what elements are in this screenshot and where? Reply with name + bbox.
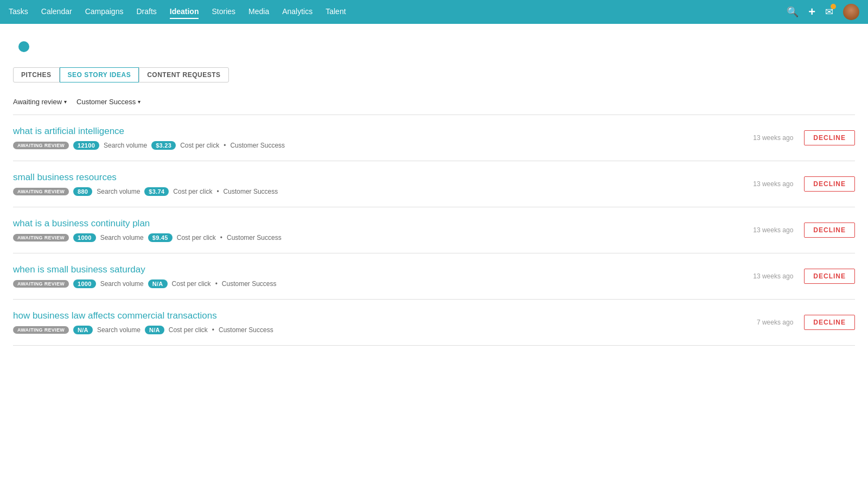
separator: • — [224, 142, 226, 149]
volume-badge: 880 — [73, 187, 92, 196]
decline-button[interactable]: DECLINE — [804, 269, 855, 284]
notifications-icon[interactable]: ✉ — [825, 6, 833, 18]
cpc-label: Cost per click — [169, 326, 208, 334]
nav-drafts[interactable]: Drafts — [136, 5, 156, 19]
nav-campaigns[interactable]: Campaigns — [85, 5, 124, 19]
nav-talent[interactable]: Talent — [326, 5, 346, 19]
search-icon[interactable]: 🔍 — [787, 6, 799, 18]
decline-button[interactable]: DECLINE — [804, 315, 855, 330]
add-button[interactable]: + — [808, 5, 815, 19]
separator: • — [215, 280, 218, 288]
separator: • — [212, 326, 214, 334]
story-item: when is small business saturday AWAITING… — [13, 253, 855, 300]
time-ago: 13 weeks ago — [753, 226, 793, 234]
category-label: Customer Success — [230, 142, 285, 149]
status-badge: AWAITING REVIEW — [13, 188, 69, 195]
filter-customer-success[interactable]: Customer Success — [76, 98, 141, 106]
story-title[interactable]: how business law affects commercial tran… — [13, 310, 736, 321]
tabs-row: PITCHES SEO STORY IDEAS CONTENT REQUESTS — [13, 67, 855, 82]
volume-label: Search volume — [97, 188, 140, 195]
cpc-label: Cost per click — [172, 280, 211, 288]
cpc-badge: $3.23 — [151, 141, 176, 150]
volume-label: Search volume — [100, 234, 144, 242]
nav-calendar[interactable]: Calendar — [41, 5, 72, 19]
tab-seo-story-ideas[interactable]: SEO STORY IDEAS — [60, 67, 139, 82]
volume-badge: N/A — [73, 326, 93, 334]
decline-button[interactable]: DECLINE — [804, 176, 855, 192]
filters-row: Awaiting review Customer Success — [13, 98, 855, 106]
nav-right-actions: 🔍 + ✉ — [787, 4, 859, 20]
notification-badge — [831, 4, 836, 9]
separator: • — [220, 234, 222, 242]
story-title[interactable]: what is artificial intelligence — [13, 126, 736, 137]
story-actions: 13 weeks ago DECLINE — [736, 269, 855, 284]
volume-label: Search volume — [104, 142, 147, 149]
story-item: how business law affects commercial tran… — [13, 300, 855, 346]
cpc-label: Cost per click — [177, 234, 216, 242]
cpc-badge: $3.74 — [144, 187, 169, 196]
story-item: small business resources AWAITING REVIEW… — [13, 161, 855, 207]
nav-ideation[interactable]: Ideation — [170, 5, 199, 19]
story-item: what is a business continuity plan AWAIT… — [13, 207, 855, 253]
cpc-label: Cost per click — [173, 188, 212, 195]
story-info: when is small business saturday AWAITING… — [13, 264, 736, 288]
story-info: how business law affects commercial tran… — [13, 310, 736, 334]
story-meta: AWAITING REVIEW N/A Search volume N/A Co… — [13, 326, 736, 334]
status-badge: AWAITING REVIEW — [13, 234, 69, 242]
status-badge: AWAITING REVIEW — [13, 280, 69, 288]
time-ago: 13 weeks ago — [753, 180, 793, 188]
nav-media[interactable]: Media — [248, 5, 269, 19]
nav-items: Tasks Calendar Campaigns Drafts Ideation… — [9, 5, 787, 19]
volume-label: Search volume — [97, 326, 141, 334]
nav-tasks[interactable]: Tasks — [9, 5, 28, 19]
tab-pitches[interactable]: PITCHES — [13, 67, 60, 82]
decline-button[interactable]: DECLINE — [804, 130, 855, 145]
story-item: what is artificial intelligence AWAITING… — [13, 115, 855, 161]
top-navigation: Tasks Calendar Campaigns Drafts Ideation… — [0, 0, 868, 24]
avatar[interactable] — [843, 4, 859, 20]
story-info: small business resources AWAITING REVIEW… — [13, 172, 736, 196]
story-title[interactable]: what is a business continuity plan — [13, 218, 736, 229]
nav-stories[interactable]: Stories — [212, 5, 235, 19]
page-content: PITCHES SEO STORY IDEAS CONTENT REQUESTS… — [0, 24, 868, 363]
time-ago: 13 weeks ago — [753, 134, 793, 142]
cpc-label: Cost per click — [180, 142, 219, 149]
tab-content-requests[interactable]: CONTENT REQUESTS — [139, 67, 228, 82]
time-ago: 13 weeks ago — [753, 272, 793, 280]
help-icon[interactable] — [18, 41, 29, 52]
story-info: what is a business continuity plan AWAIT… — [13, 218, 736, 242]
story-meta: AWAITING REVIEW 12100 Search volume $3.2… — [13, 141, 736, 150]
story-meta: AWAITING REVIEW 880 Search volume $3.74 … — [13, 187, 736, 196]
story-info: what is artificial intelligence AWAITING… — [13, 126, 736, 150]
story-actions: 7 weeks ago DECLINE — [736, 315, 855, 330]
story-actions: 13 weeks ago DECLINE — [736, 176, 855, 192]
category-label: Customer Success — [222, 280, 277, 288]
story-actions: 13 weeks ago DECLINE — [736, 223, 855, 238]
status-badge: AWAITING REVIEW — [13, 142, 69, 149]
category-label: Customer Success — [227, 234, 282, 242]
story-title[interactable]: small business resources — [13, 172, 736, 183]
page-title-row — [13, 41, 855, 52]
story-list: what is artificial intelligence AWAITING… — [13, 115, 855, 346]
category-label: Customer Success — [224, 188, 278, 195]
cpc-badge: N/A — [148, 279, 168, 288]
story-meta: AWAITING REVIEW 1000 Search volume N/A C… — [13, 279, 736, 288]
separator: • — [216, 188, 219, 195]
status-badge: AWAITING REVIEW — [13, 326, 69, 334]
nav-analytics[interactable]: Analytics — [282, 5, 312, 19]
volume-label: Search volume — [100, 280, 144, 288]
filter-awaiting-review[interactable]: Awaiting review — [13, 98, 67, 106]
decline-button[interactable]: DECLINE — [804, 223, 855, 238]
time-ago: 7 weeks ago — [757, 319, 793, 326]
volume-badge: 1000 — [73, 279, 96, 288]
cpc-badge: $9.45 — [148, 233, 173, 242]
category-label: Customer Success — [219, 326, 273, 334]
volume-badge: 1000 — [73, 233, 96, 242]
cpc-badge: N/A — [145, 326, 164, 334]
story-actions: 13 weeks ago DECLINE — [736, 130, 855, 145]
story-meta: AWAITING REVIEW 1000 Search volume $9.45… — [13, 233, 736, 242]
story-title[interactable]: when is small business saturday — [13, 264, 736, 275]
volume-badge: 12100 — [73, 141, 99, 150]
